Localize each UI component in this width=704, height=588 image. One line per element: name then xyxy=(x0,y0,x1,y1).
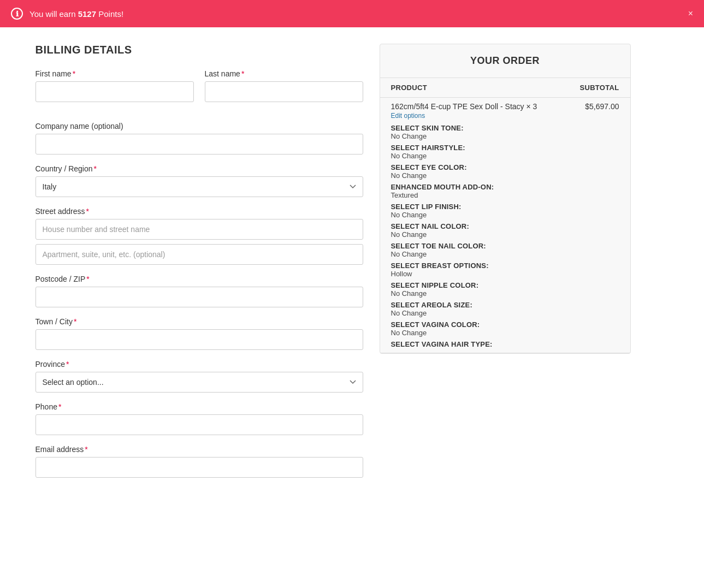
country-select[interactable]: Italy xyxy=(36,176,363,197)
option-label: SELECT VAGINA COLOR: xyxy=(391,320,553,329)
option-label: SELECT HAIRSTYLE: xyxy=(391,144,553,152)
phone-group: Phone* xyxy=(36,402,363,435)
required-star: * xyxy=(94,164,97,173)
city-input[interactable] xyxy=(36,329,363,350)
street-input[interactable] xyxy=(36,219,363,240)
option-label: SELECT BREAST OPTIONS: xyxy=(391,262,553,270)
postcode-group: Postcode / ZIP* xyxy=(36,275,363,307)
last-name-input[interactable] xyxy=(205,81,363,102)
email-group: Email address* xyxy=(36,445,363,478)
option-value: No Change xyxy=(391,171,553,180)
street-group: Street address* xyxy=(36,207,363,265)
option-value: Textured xyxy=(391,191,553,199)
options-list: SELECT SKIN TONE:No ChangeSELECT HAIRSTY… xyxy=(391,124,553,348)
option-value: No Change xyxy=(391,152,553,160)
option-label: ENHANCED MOUTH ADD-ON: xyxy=(391,183,553,191)
province-group: Province* Select an option... xyxy=(36,360,363,393)
order-title: YOUR ORDER xyxy=(380,44,630,78)
banner-text: You will earn 5127 Points! xyxy=(29,9,682,19)
postcode-input[interactable] xyxy=(36,287,363,307)
product-name: 162cm/5ft4 E-cup TPE Sex Doll - Stacy × … xyxy=(391,102,553,111)
info-icon: ℹ xyxy=(11,8,23,20)
first-name-label: First name* xyxy=(36,69,194,78)
option-label: SELECT TOE NAIL COLOR: xyxy=(391,242,553,250)
option-value: No Change xyxy=(391,132,553,140)
required-star: * xyxy=(73,69,75,78)
order-section: YOUR ORDER PRODUCT SUBTOTAL 162cm/5ft4 E… xyxy=(380,44,631,354)
country-label: Country / Region* xyxy=(36,164,363,173)
required-star: * xyxy=(241,69,244,78)
company-label: Company name (optional) xyxy=(36,122,363,130)
option-label: SELECT NAIL COLOR: xyxy=(391,222,553,230)
phone-label: Phone* xyxy=(36,402,363,411)
first-name-input[interactable] xyxy=(36,81,194,102)
option-label: SELECT SKIN TONE: xyxy=(391,124,553,132)
first-name-group: First name* xyxy=(36,69,194,102)
option-value: No Change xyxy=(391,211,553,219)
country-group: Country / Region* Italy xyxy=(36,164,363,197)
required-star: * xyxy=(58,402,61,411)
province-label: Province* xyxy=(36,360,363,369)
required-star: * xyxy=(85,445,87,454)
required-star: * xyxy=(86,207,89,216)
required-star: * xyxy=(74,317,76,326)
apartment-input[interactable] xyxy=(36,244,363,265)
subtotal-cell: $5,697.00 xyxy=(563,98,630,353)
name-row: First name* Last name* xyxy=(36,69,363,112)
province-select[interactable]: Select an option... xyxy=(36,372,363,393)
table-row: 162cm/5ft4 E-cup TPE Sex Doll - Stacy × … xyxy=(380,98,630,353)
city-label: Town / City* xyxy=(36,317,363,326)
option-label: SELECT AREOLA SIZE: xyxy=(391,301,553,309)
table-header-row: PRODUCT SUBTOTAL xyxy=(380,78,630,98)
option-label: SELECT NIPPLE COLOR: xyxy=(391,281,553,289)
phone-input[interactable] xyxy=(36,414,363,435)
street-label: Street address* xyxy=(36,207,363,216)
email-label: Email address* xyxy=(36,445,363,454)
main-container: BILLING DETAILS First name* Last name* C… xyxy=(25,27,680,504)
option-value: Hollow xyxy=(391,270,553,278)
option-label: SELECT EYE COLOR: xyxy=(391,163,553,171)
option-value: No Change xyxy=(391,250,553,258)
city-group: Town / City* xyxy=(36,317,363,350)
last-name-group: Last name* xyxy=(205,69,363,102)
last-name-label: Last name* xyxy=(205,69,363,78)
option-label: SELECT LIP FINISH: xyxy=(391,203,553,211)
option-value: No Change xyxy=(391,309,553,317)
banner-close-button[interactable]: × xyxy=(688,9,693,19)
points-banner: ℹ You will earn 5127 Points! × xyxy=(0,0,704,27)
postcode-label: Postcode / ZIP* xyxy=(36,275,363,283)
required-star: * xyxy=(86,275,89,283)
option-value: No Change xyxy=(391,329,553,337)
option-label: SELECT VAGINA HAIR TYPE: xyxy=(391,340,553,348)
company-group: Company name (optional) xyxy=(36,122,363,155)
option-value: No Change xyxy=(391,230,553,239)
company-input[interactable] xyxy=(36,134,363,155)
billing-section: BILLING DETAILS First name* Last name* C… xyxy=(36,44,363,488)
required-star: * xyxy=(66,360,69,369)
email-input[interactable] xyxy=(36,457,363,478)
order-table: PRODUCT SUBTOTAL 162cm/5ft4 E-cup TPE Se… xyxy=(380,78,630,353)
edit-options-link[interactable]: Edit options xyxy=(391,112,553,120)
product-cell: 162cm/5ft4 E-cup TPE Sex Doll - Stacy × … xyxy=(380,98,564,353)
billing-title: BILLING DETAILS xyxy=(36,44,363,56)
subtotal-col-header: SUBTOTAL xyxy=(563,78,630,98)
option-value: No Change xyxy=(391,289,553,298)
product-col-header: PRODUCT xyxy=(380,78,564,98)
